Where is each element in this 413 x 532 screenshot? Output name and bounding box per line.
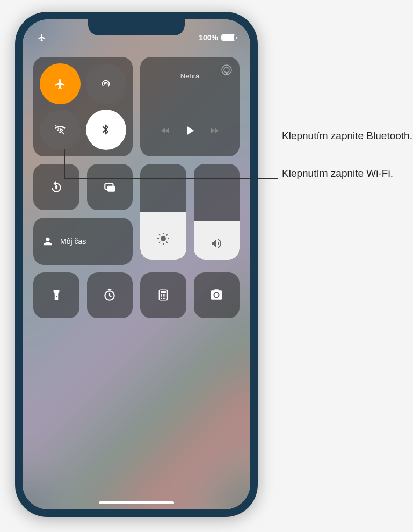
home-indicator[interactable] (99, 501, 174, 504)
airplane-mode-button[interactable] (40, 63, 81, 104)
brightness-fill (140, 212, 186, 260)
camera-icon (209, 288, 223, 302)
cellular-icon (100, 78, 112, 90)
svg-point-16 (163, 298, 164, 299)
svg-rect-4 (107, 186, 115, 192)
svg-point-12 (161, 297, 162, 298)
svg-point-10 (163, 294, 164, 296)
svg-point-5 (161, 236, 166, 241)
screentime-label: Môj čas (60, 237, 86, 246)
status-right: 100% (199, 33, 235, 42)
battery-percentage: 100% (199, 33, 218, 42)
callout-line-wifi (64, 178, 278, 179)
timer-icon (103, 288, 117, 302)
media-title: Nehrá (148, 72, 232, 80)
brightness-icon (157, 232, 170, 245)
svg-point-17 (164, 298, 165, 299)
svg-point-14 (164, 297, 165, 298)
previous-button[interactable] (160, 125, 171, 138)
status-left (38, 33, 46, 42)
svg-point-13 (163, 297, 164, 298)
svg-point-9 (161, 294, 162, 296)
person-icon (42, 235, 54, 247)
flashlight-icon (49, 288, 63, 302)
wifi-off-icon (54, 124, 66, 135)
bluetooth-button[interactable] (86, 110, 127, 150)
screen-mirroring-icon (103, 180, 117, 194)
callout-bluetooth: Klepnutím zapnite Bluetooth. (282, 129, 412, 143)
screentime-button[interactable]: Môj čas (33, 218, 133, 265)
screen-mirroring-button[interactable] (87, 164, 133, 210)
calculator-icon (156, 288, 170, 302)
svg-point-11 (164, 294, 165, 296)
callout-line-wifi-vert (64, 149, 65, 178)
svg-point-15 (161, 298, 162, 299)
flashlight-button[interactable] (33, 272, 79, 319)
callout-wifi: Klepnutím zapnite Wi-Fi. (282, 167, 393, 181)
orientation-lock-icon (49, 180, 63, 194)
phone-frame: 100% Nehrá (15, 12, 258, 517)
cellular-data-button[interactable] (86, 63, 127, 104)
timer-button[interactable] (87, 272, 133, 319)
volume-icon (210, 237, 223, 250)
calculator-button[interactable] (140, 272, 186, 319)
airplane-icon (38, 33, 46, 42)
play-button[interactable] (182, 123, 197, 140)
control-center: Nehrá (33, 57, 240, 318)
svg-rect-8 (161, 291, 166, 293)
volume-fill (194, 221, 240, 260)
camera-button[interactable] (194, 272, 240, 319)
callout-line-bluetooth (110, 142, 278, 142)
phone-screen: 100% Nehrá (23, 19, 250, 509)
airplane-icon (54, 78, 66, 90)
svg-point-1 (224, 67, 229, 73)
airplay-icon[interactable] (220, 63, 233, 76)
bluetooth-icon (100, 124, 112, 135)
wifi-button[interactable] (40, 110, 81, 150)
battery-icon (221, 34, 235, 41)
orientation-lock-button[interactable] (33, 164, 79, 210)
notch (88, 19, 185, 35)
next-button[interactable] (209, 125, 220, 138)
media-controls (148, 123, 232, 149)
